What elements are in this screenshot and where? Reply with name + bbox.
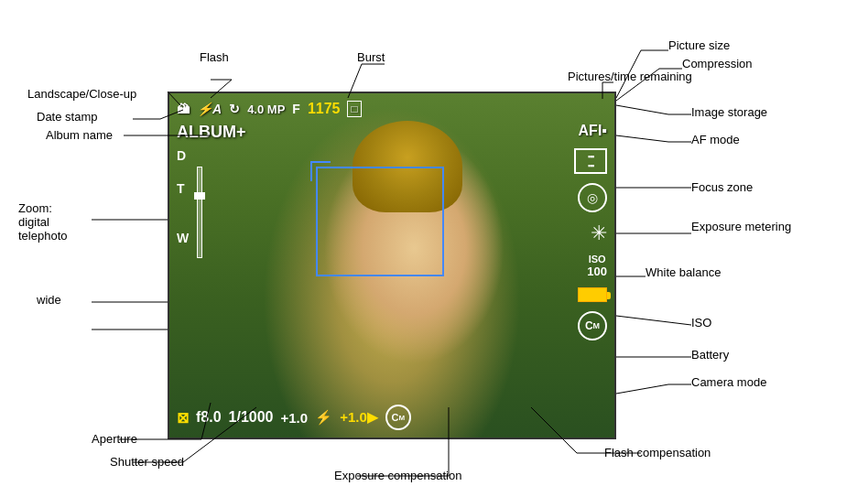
right-side-icons: AFI▪ ▪▪▪▪▪▪ ◎ ✳ ISO 100 CM — [574, 123, 607, 340]
storage-icon: □ — [347, 101, 361, 117]
battery-label: Battery — [691, 348, 729, 362]
exposure-metering-label: Exposure metering — [691, 220, 791, 233]
zoom-label: Zoom: digital telephoto — [18, 201, 68, 243]
zoom-wide-label: wide — [37, 293, 61, 307]
camera-mode-icon: CM — [578, 311, 607, 340]
svg-line-17 — [616, 135, 668, 142]
af-mode-label: AF mode — [691, 133, 740, 146]
camera-ui-overlay: 🏔 ⚡A ↻ 4.0 MP F 1175 □ ALBUM+ D T W AFI▪… — [169, 93, 614, 438]
iso-label: ISO — [691, 316, 711, 330]
shutter-speed-value: 1/1000 — [229, 409, 274, 426]
flash-comp-label: Flash compensation — [604, 446, 711, 459]
pictures-remaining: 1175 — [308, 101, 341, 117]
zoom-w-label: W — [177, 231, 189, 245]
exposure-comp-value: +1.0 — [281, 410, 309, 426]
pictures-time-label: Pictures/time remaining — [568, 70, 692, 83]
album-name-label: Album name — [46, 128, 113, 142]
aperture-value: f8.0 — [196, 409, 222, 426]
svg-line-10 — [616, 105, 668, 114]
camera-screen: 🏔 ⚡A ↻ 4.0 MP F 1175 □ ALBUM+ D T W AFI▪… — [168, 92, 616, 439]
flash-label: Flash — [200, 50, 229, 64]
battery-icon — [578, 287, 607, 302]
focus-zone-icon: ▪▪▪▪▪▪ — [574, 148, 607, 174]
aperture-f-label: F — [292, 102, 300, 116]
camera-top-bar: 🏔 ⚡A ↻ 4.0 MP F 1175 □ — [177, 101, 607, 117]
date-stamp-label: Date stamp — [37, 110, 97, 124]
album-name-display: ALBUM+ — [177, 123, 246, 142]
flash-auto-icon: ⚡A — [197, 102, 222, 116]
zoom-t-label: T — [177, 181, 185, 196]
burst-label: Burst — [357, 50, 385, 64]
camera-bottom-bar: ⊠ f8.0 1/1000 +1.0 ⚡ +1.0▶ CM — [177, 405, 607, 430]
burst-icon: ↻ — [229, 102, 240, 116]
focus-bracket — [316, 167, 444, 276]
picture-size-label: Picture size — [668, 38, 730, 52]
landscape-closeup-label: Landscape/Close-up — [27, 87, 136, 101]
af-mode-display: AFI▪ — [579, 123, 607, 139]
zoom-d-label: D — [177, 148, 186, 163]
focus-zone-label: Focus zone — [691, 180, 753, 194]
compression-label: Compression — [682, 57, 753, 70]
svg-line-24 — [616, 384, 668, 394]
zoom-thumb — [194, 192, 205, 200]
white-balance-label: White balance — [646, 265, 721, 279]
shutter-speed-label: Shutter speed — [110, 455, 184, 469]
flash-comp-icon: ⊠ — [177, 409, 189, 427]
camera-mode-bottom-icon: CM — [385, 405, 411, 430]
megapixels-display: 4.0 MP — [247, 103, 285, 116]
white-balance-icon: ✳ — [591, 221, 607, 245]
exposure-comp-label: Exposure compensation — [334, 469, 461, 482]
landscape-icon: 🏔 — [177, 102, 190, 116]
aperture-label: Aperture — [92, 432, 137, 446]
flash-comp-icon2: ⚡ — [315, 409, 332, 426]
camera-mode-label: Camera mode — [691, 375, 766, 389]
image-storage-label: Image storage — [691, 105, 767, 119]
exposure-metering-icon: ◎ — [578, 183, 607, 212]
zoom-track — [197, 167, 202, 258]
flash-comp-value: +1.0▶ — [340, 409, 378, 426]
zoom-slider: D T W — [177, 148, 204, 256]
iso-display: ISO 100 — [587, 254, 607, 278]
svg-line-22 — [616, 316, 691, 325]
